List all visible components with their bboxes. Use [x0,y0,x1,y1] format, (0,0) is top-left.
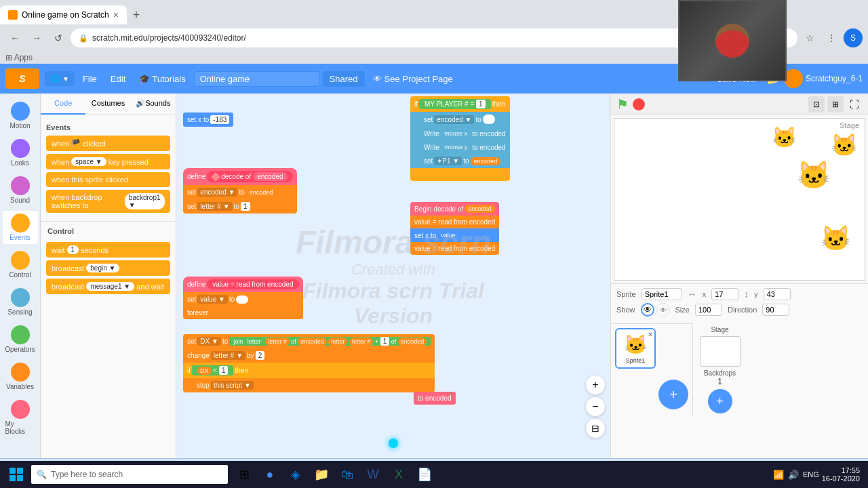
script-canvas: set x to -183 if MY PLAYER # = 1 then se… [176,94,610,458]
variables-category[interactable]: Variables [3,360,38,393]
my-blocks-category[interactable]: My Blocks [3,397,38,438]
when-backdrop-switches-block[interactable]: when backdrop switches to backdrop1 ▼ [46,190,170,213]
looks-dot [11,139,30,158]
profile-area[interactable]: Scratchguy_6-1 [784,69,863,88]
clock[interactable]: 17:55 16-07-2020 [822,466,860,483]
back-button[interactable]: ← [5,28,24,47]
sprite1-thumb[interactable]: ✕ 🐱 Sprite1 [615,328,656,369]
sensing-category[interactable]: Sensing [3,285,38,319]
costumes-tab[interactable]: Costumes [85,94,130,115]
variables-label: Variables [6,383,34,390]
show-visible-button[interactable]: 👁 [641,303,654,317]
start-button[interactable] [3,461,30,488]
forward-button[interactable]: → [27,28,46,47]
sound-label: Sound [10,197,30,204]
zoom-in-button[interactable]: + [586,375,605,394]
see-project-button[interactable]: 👁See Project Page [368,71,458,87]
events-category[interactable]: Events [3,211,38,244]
green-flag-button[interactable]: ⚑ [616,96,629,113]
new-tab-button[interactable]: + [127,5,146,24]
apps-icon[interactable]: ⋮ [822,28,841,47]
when-key-pressed-block[interactable]: when space ▼ key pressed [46,154,170,169]
size-input[interactable] [695,304,722,316]
cursor-indicator [389,439,398,448]
control-label: Control [9,271,31,279]
folder-taskbar-icon[interactable]: 📁 [309,462,334,487]
sounds-tab[interactable]: 🔊Sounds [131,94,176,115]
refresh-button[interactable]: ↺ [49,28,68,47]
files-taskbar-icon[interactable]: 📄 [412,462,437,487]
scratch-logo[interactable]: S [5,68,39,89]
broadcast-block[interactable]: broadcast begin ▼ [46,260,170,276]
fullscreen-button[interactable]: ⛶ [846,96,863,113]
looks-category[interactable]: Looks [3,136,38,169]
add-sprite-button[interactable]: + [658,380,688,409]
chrome-profile-icon[interactable]: S [844,28,863,47]
show-toggle[interactable]: 👁 👁 [641,303,670,317]
y-input[interactable] [764,288,791,300]
tab-close-button[interactable]: × [113,9,119,20]
when-flag-clicked-block[interactable]: when 🏴 clicked [46,136,170,151]
language-tray[interactable]: ENG [803,470,819,479]
if-myplayer-stack[interactable]: if MY PLAYER # = 1 then set encoded ▼ to… [410,96,510,181]
x-input[interactable] [711,288,738,300]
stage-toolbar: ⚑ ⊡ ⊞ ⛶ [611,94,868,115]
set-dx-stack[interactable]: set DX ▼ to join letter letter # of enco… [183,334,435,392]
edge-taskbar-icon[interactable]: ◈ [283,462,308,487]
shared-button[interactable]: Shared [323,71,365,87]
operators-category[interactable]: Operators [3,323,38,356]
word-taskbar-icon[interactable]: W [361,462,385,487]
palette-tabs: Code Costumes 🔊Sounds [41,94,176,115]
small-stage-button[interactable]: ⊡ [808,96,825,113]
y-label: y [754,290,758,298]
windows-logo [9,468,23,481]
large-stage-button[interactable]: ⊞ [827,96,844,113]
taskbar: 🔍 Type here to search ⊞ ● ◈ 📁 🛍 W X 📄 📶 … [0,461,868,488]
stage-area-label: Stage [711,326,728,333]
bookmark-icon[interactable]: ☆ [800,28,819,47]
define-value-stack[interactable]: define value = read from encoded set val… [183,277,303,319]
operators-dot [11,325,30,344]
wait-block[interactable]: wait 1 seconds [46,242,170,258]
begin-decode-stack[interactable]: Begin decode of encoded value = read fro… [410,202,499,255]
excel-taskbar-icon[interactable]: X [387,462,411,487]
operators-label: Operators [5,346,35,353]
size-label: Size [675,306,690,314]
control-category[interactable]: Control [3,248,38,281]
show-label: Show [616,306,635,314]
sprite-delete-icon[interactable]: ✕ [648,331,653,338]
define-decode-stack[interactable]: define decode of encoded set encoded ▼ t… [183,168,297,214]
add-backdrop-button[interactable]: + [708,389,732,413]
chrome-taskbar-icon[interactable]: ● [258,462,282,487]
edit-menu[interactable]: Edit [105,71,131,87]
project-name-input[interactable] [194,71,320,87]
set-x-block[interactable]: set x to -183 [183,113,233,127]
tutorials-button[interactable]: 🎓Tutorials [134,71,191,87]
zoom-out-button[interactable]: − [586,397,605,416]
when-sprite-clicked-block[interactable]: when this sprite clicked [46,172,170,187]
profile-name: Scratchguy_6-1 [806,74,863,83]
sprite-name-input[interactable] [642,288,682,300]
script-area[interactable]: set x to -183 if MY PLAYER # = 1 then se… [176,94,610,458]
code-tab[interactable]: Code [41,94,85,115]
stage-thumbnail[interactable] [700,336,741,367]
task-view-button[interactable]: ⊞ [232,462,256,487]
network-icon[interactable]: 📶 [773,470,784,480]
taskbar-search[interactable]: 🔍 Type here to search [31,465,228,484]
motion-category[interactable]: Motion [3,99,38,132]
tell-encoded-block[interactable]: to encoded [414,392,456,405]
volume-icon[interactable]: 🔊 [788,470,799,480]
direction-input[interactable] [762,304,789,316]
broadcast-wait-block[interactable]: broadcast message1 ▼ and wait [46,279,170,294]
stop-button[interactable] [633,98,645,110]
events-title: Events [46,123,170,131]
sound-category[interactable]: Sound [3,174,38,207]
store-taskbar-icon[interactable]: 🛍 [335,462,359,487]
language-selector[interactable]: 🌐▼ [45,71,75,86]
sprites-section: ✕ 🐱 Sprite1 + Stage Backdrops 1 + [611,323,868,416]
control-blocks: wait 1 seconds broadcast begin ▼ broadca… [41,237,176,300]
active-tab[interactable]: Online game on Scratch × [0,5,127,24]
zoom-fit-button[interactable]: ⊟ [586,419,605,438]
file-menu[interactable]: File [77,71,102,87]
show-hidden-button[interactable]: 👁 [656,303,670,317]
